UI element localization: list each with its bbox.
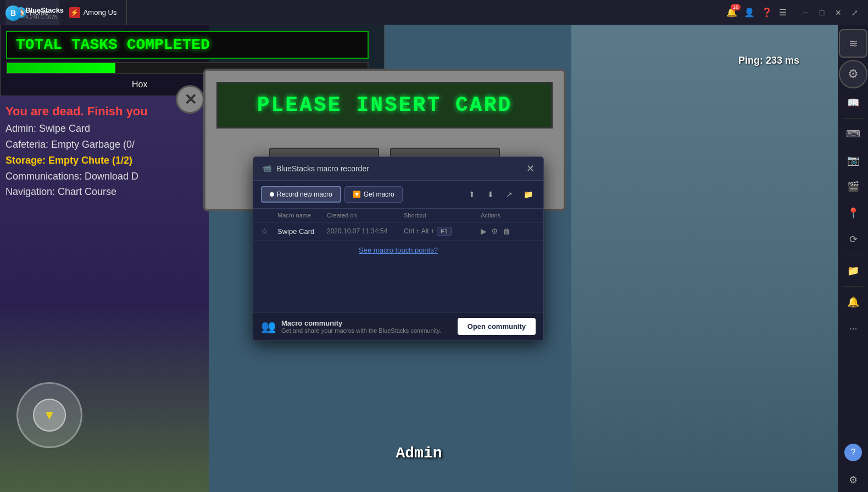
col-shortcut: Shortcut: [404, 212, 481, 219]
admin-label-bottom: Admin: [396, 445, 442, 462]
record-dot: [270, 192, 274, 197]
sidebar-settings-icon[interactable]: ⚙: [841, 468, 865, 492]
help-icon[interactable]: ❓: [761, 7, 772, 18]
game-area: Ping: 233 ms TOTAL TASKS COMPLETED Hox Y…: [0, 25, 838, 492]
get-macro-icon: 🔽: [353, 191, 361, 198]
col-actions: Actions: [481, 212, 536, 219]
macro-row-swipe-card: ☆ Swipe Card 2020.10.07 11:34:54 Ctrl + …: [253, 222, 543, 241]
get-macro-button[interactable]: 🔽 Get macro: [344, 186, 403, 203]
macro-toolbar: Record new macro 🔽 Get macro ⬆ ⬇ ↗ 📁: [253, 181, 543, 209]
shortcut-key-badge: F1: [437, 227, 452, 236]
tab-among-us-label: Among Us: [84, 8, 117, 16]
notification-badge: 16: [731, 4, 741, 10]
community-desc: Get and share your macros with the BlueS…: [281, 327, 441, 334]
folder-icon[interactable]: 📁: [520, 187, 536, 202]
see-touch-points-link[interactable]: See macro touch points?: [253, 241, 543, 260]
import-icon[interactable]: ⬆: [464, 187, 480, 202]
col-star: [261, 212, 277, 219]
joystick[interactable]: ▼: [16, 382, 82, 448]
col-created: Created on: [327, 212, 404, 219]
task-cafeteria: Cafeteria: Empty Garbage (0/: [5, 137, 148, 153]
macro-shortcut-swipe-card: Ctrl + Alt + F1: [404, 227, 481, 236]
dead-text: You are dead. Finish you: [5, 102, 148, 121]
window-controls: ─ □ ✕ ⤢: [798, 5, 863, 20]
sidebar-gear-icon[interactable]: ⚙: [839, 60, 867, 88]
sidebar-book-icon[interactable]: 📖: [841, 91, 865, 115]
bluestacks-name: BlueStacks: [25, 6, 64, 14]
community-text: Macro community Get and share your macro…: [281, 319, 441, 334]
sidebar-divider-1: [843, 118, 863, 119]
task-communications: Communications: Download D: [5, 169, 148, 185]
task-list: You are dead. Finish you Admin: Swipe Ca…: [5, 102, 148, 200]
tab-among-us-icon: ⚡: [69, 7, 80, 18]
top-bar-right: 🔔 16 👤 ❓ ☰ ─ □ ✕ ⤢: [726, 5, 868, 20]
minimize-button[interactable]: ─: [798, 5, 813, 20]
macro-created-swipe-card: 2020.10.07 11:34:54: [327, 227, 404, 235]
maximize-button[interactable]: □: [814, 5, 830, 20]
macro-recorder-icon: 📹: [262, 164, 272, 174]
ping-display: Ping: 233 ms: [738, 55, 799, 66]
close-button[interactable]: ✕: [831, 5, 846, 20]
community-left: 👥 Macro community Get and share your mac…: [261, 319, 441, 334]
open-community-button[interactable]: Open community: [458, 318, 536, 335]
expand-button[interactable]: ⤢: [847, 5, 863, 20]
sidebar-video-icon[interactable]: 🎬: [841, 175, 865, 199]
community-title: Macro community: [281, 319, 441, 327]
star-icon[interactable]: ☆: [261, 227, 277, 236]
tab-among-us[interactable]: ⚡ Among Us: [59, 0, 127, 25]
settings-macro-button[interactable]: ⚙: [491, 227, 498, 236]
sidebar-location-icon[interactable]: 📍: [841, 201, 865, 225]
shortcut-prefix: Ctrl + Alt +: [404, 227, 435, 235]
joystick-inner: ▼: [33, 399, 66, 432]
sidebar-screenshot-icon[interactable]: 📷: [841, 148, 865, 172]
macro-dialog: 📹 BlueStacks macro recorder ✕ Record new…: [253, 156, 544, 341]
hox-label: Hox: [132, 80, 147, 90]
sidebar-folder-icon[interactable]: 📁: [841, 259, 865, 283]
bluestacks-branding: B BlueStacks 4.240.0.1075: [5, 5, 64, 21]
total-tasks-bar: TOTAL TASKS COMPLETED: [6, 31, 369, 74]
share-icon[interactable]: ↗: [502, 187, 517, 202]
bluestacks-info: BlueStacks 4.240.0.1075: [25, 6, 64, 20]
sidebar-question-icon[interactable]: ?: [844, 444, 862, 461]
card-screen-text: PLEASE INSERT CARD: [257, 93, 512, 117]
record-macro-button[interactable]: Record new macro: [261, 186, 341, 203]
task-admin: Admin: Swipe Card: [5, 121, 148, 137]
get-button-label: Get macro: [364, 191, 394, 198]
close-x-button[interactable]: ✕: [176, 85, 204, 114]
right-sidebar: ≋ ⚙ 📖 ⌨ 📷 🎬 📍 ⟳ 📁 🔔 ··· ? ⚙: [838, 25, 868, 492]
account-icon[interactable]: 👤: [744, 7, 755, 18]
progress-bar-fill: [7, 63, 115, 73]
total-tasks-label: TOTAL TASKS COMPLETED: [6, 31, 369, 59]
sidebar-rotate-icon[interactable]: ⟳: [841, 227, 865, 251]
bluestacks-version: 4.240.0.1075: [25, 14, 64, 20]
menu-icon[interactable]: ☰: [779, 7, 787, 18]
sidebar-notification-icon[interactable]: 🔔: [841, 290, 865, 314]
col-macro-name: Macro name: [277, 212, 327, 219]
sidebar-chat-icon[interactable]: ≋: [839, 29, 867, 58]
delete-macro-button[interactable]: 🗑: [503, 227, 510, 236]
card-screen: PLEASE INSERT CARD: [216, 82, 553, 128]
admin-text: Admin: [396, 445, 442, 462]
sidebar-keyboard-icon[interactable]: ⌨: [841, 122, 865, 146]
macro-table-header: Macro name Created on Shortcut Actions: [253, 209, 543, 222]
bluestacks-logo: B: [5, 5, 21, 21]
record-button-label: Record new macro: [277, 191, 332, 198]
top-bar: B BlueStacks 4.240.0.1075 🏠 Home ⚡ Among…: [0, 0, 868, 25]
export-icon[interactable]: ⬇: [483, 187, 498, 202]
macro-toolbar-right: ⬆ ⬇ ↗ 📁: [464, 187, 536, 202]
sidebar-more-icon[interactable]: ···: [841, 316, 865, 340]
macro-dialog-header: 📹 BlueStacks macro recorder ✕: [253, 157, 543, 181]
macro-actions-swipe-card: ▶ ⚙ 🗑: [481, 227, 536, 236]
community-icon: 👥: [261, 320, 276, 334]
macro-community: 👥 Macro community Get and share your mac…: [253, 312, 543, 340]
sidebar-divider-2: [843, 255, 863, 255]
play-macro-button[interactable]: ▶: [481, 227, 487, 236]
task-navigation: Navigation: Chart Course: [5, 184, 148, 200]
macro-body: See macro touch points?: [253, 241, 543, 312]
task-storage: Storage: Empty Chute (1/2): [5, 153, 148, 169]
macro-toolbar-left: Record new macro 🔽 Get macro: [261, 186, 403, 203]
notification-icon[interactable]: 🔔 16: [726, 7, 737, 18]
macro-dialog-close[interactable]: ✕: [526, 164, 535, 174]
sidebar-divider-3: [843, 286, 863, 287]
macro-dialog-title: 📹 BlueStacks macro recorder: [262, 164, 369, 174]
